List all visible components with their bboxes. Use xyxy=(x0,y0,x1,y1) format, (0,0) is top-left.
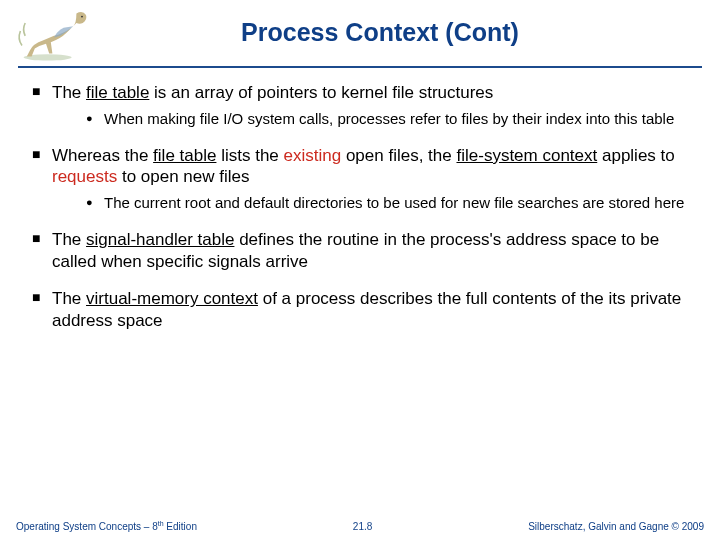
footer-copyright: Silberschatz, Galvin and Gagne © 2009 xyxy=(528,521,704,532)
bullet-signal-handler: The signal-handler table defines the rou… xyxy=(32,229,688,273)
bullet-text: The signal-handler table defines the rou… xyxy=(52,229,688,273)
bullet-virtual-memory: The virtual-memory context of a process … xyxy=(32,288,688,332)
square-bullet-icon xyxy=(32,145,52,213)
slide-body: The file table is an array of pointers t… xyxy=(0,68,720,332)
square-bullet-icon xyxy=(32,288,52,332)
sub-bullet-text: When making file I/O system calls, proce… xyxy=(104,110,688,129)
square-bullet-icon xyxy=(32,82,52,129)
footer-page-number: 21.8 xyxy=(353,521,372,532)
round-bullet-icon xyxy=(86,194,104,213)
bullet-file-table: The file table is an array of pointers t… xyxy=(32,82,688,129)
term-vm-context: virtual-memory context xyxy=(86,289,258,308)
bullet-text: The virtual-memory context of a process … xyxy=(52,288,688,332)
sub-bullet: The current root and default directories… xyxy=(86,194,688,213)
term-file-table: file table xyxy=(86,83,149,102)
sub-bullet-text: The current root and default directories… xyxy=(104,194,688,213)
bullet-file-system-context: Whereas the file table lists the existin… xyxy=(32,145,688,213)
bullet-text: The file table is an array of pointers t… xyxy=(52,82,688,129)
footer-left: Operating System Concepts – 8th Edition xyxy=(16,520,197,532)
square-bullet-icon xyxy=(32,229,52,273)
dinosaur-icon xyxy=(14,6,94,64)
keyword-requests: requests xyxy=(52,167,117,186)
slide-footer: Operating System Concepts – 8th Edition … xyxy=(0,520,720,532)
term-file-table-2: file table xyxy=(153,146,216,165)
sub-bullet: When making file I/O system calls, proce… xyxy=(86,110,688,129)
bullet-text: Whereas the file table lists the existin… xyxy=(52,145,688,213)
term-signal-handler: signal-handler table xyxy=(86,230,234,249)
slide-header: Process Context (Cont) xyxy=(0,0,720,64)
slide-title: Process Context (Cont) xyxy=(0,18,720,47)
term-fs-context: file-system context xyxy=(456,146,597,165)
svg-point-1 xyxy=(81,16,83,18)
round-bullet-icon xyxy=(86,110,104,129)
keyword-existing: existing xyxy=(284,146,342,165)
